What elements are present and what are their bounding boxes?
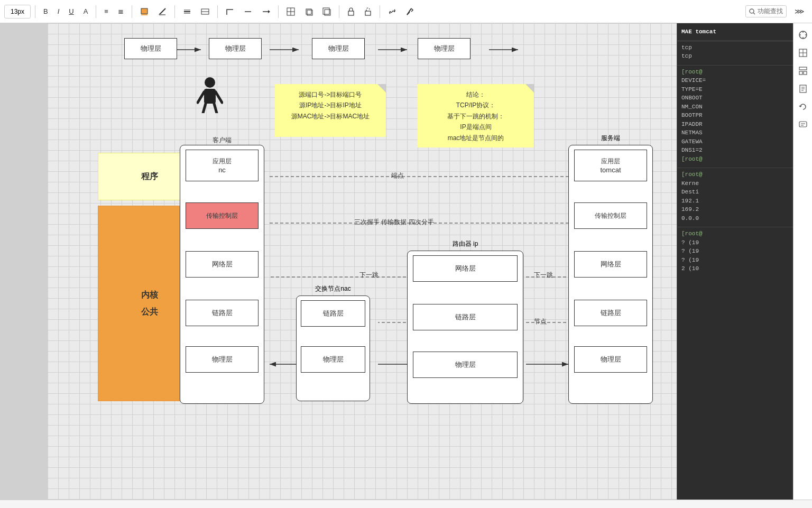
switch-title: 交换节点nac — [297, 284, 370, 293]
router-network-layer: 网络层 — [413, 255, 518, 282]
main-area: 物理层 物理层 物理层 物理层 源端口号->目标端口号 源IP地址->目标IP地… — [0, 23, 812, 500]
link-button[interactable] — [384, 6, 400, 17]
search-label: 功能查找 — [758, 7, 783, 16]
next-hop-left-label: 下一跳 — [359, 271, 379, 280]
client-link-layer: 链路层 — [186, 300, 259, 326]
history-tool[interactable] — [796, 99, 810, 114]
svg-rect-0 — [141, 8, 147, 14]
server-title: 服务端 — [569, 134, 652, 143]
underline-button[interactable]: U — [65, 6, 77, 17]
left-panel — [0, 23, 48, 500]
clone2-button[interactable] — [319, 6, 335, 17]
router-physical-layer: 物理层 — [413, 352, 518, 378]
server-app-layer: 应用层 tomcat — [574, 150, 647, 181]
svg-rect-53 — [204, 89, 216, 104]
client-transport-layer: 传输控制层 — [186, 202, 259, 229]
line-color-button[interactable] — [154, 6, 170, 17]
svg-line-23 — [753, 13, 755, 14]
switch-physical-layer: 物理层 — [301, 346, 365, 373]
line-style1-button[interactable] — [179, 6, 195, 17]
top-physical-4: 物理层 — [418, 38, 470, 59]
server-physical-layer: 物理层 — [574, 346, 647, 373]
server-transport-layer: 传输控制层 — [574, 202, 647, 229]
client-container: 客户端 应用层 nc 传输控制层 网络层 链路层 物理层 — [180, 145, 264, 404]
font-size-input[interactable] — [4, 5, 31, 19]
canvas-area[interactable]: 物理层 物理层 物理层 物理层 源端口号->目标端口号 源IP地址->目标IP地… — [48, 23, 677, 500]
comment-tool[interactable] — [796, 117, 810, 132]
compass-tool[interactable] — [796, 27, 810, 42]
search-box[interactable]: 功能查找 — [745, 5, 787, 17]
server-network-layer: 网络层 — [574, 251, 647, 278]
align-list-button[interactable]: ≣ — [114, 6, 127, 17]
client-app-layer: 应用层 nc — [186, 150, 259, 181]
switch-link-layer: 链路层 — [301, 300, 365, 327]
router-link-layer: 链路层 — [413, 304, 518, 330]
connector-angle-button[interactable] — [222, 6, 238, 17]
router-container: 路由器 ip 网络层 链路层 物理层 — [407, 251, 523, 404]
table-button[interactable] — [283, 6, 299, 17]
terminal-section-2: [root@ DEVICE= TYPE=E ONBOOT NM_CON BOOT… — [677, 65, 793, 166]
top-physical-1: 物理层 — [124, 38, 177, 59]
unlock-button[interactable] — [361, 6, 375, 17]
search-icon — [749, 8, 755, 15]
lock-button[interactable] — [344, 6, 358, 17]
terminal-section-3: [root@ Kerne Desti 192.1 169.2 0.0.0 — [677, 168, 793, 225]
connector-line-button[interactable] — [240, 6, 256, 17]
svg-marker-10 — [268, 10, 270, 13]
top-physical-2: 物理层 — [209, 38, 262, 59]
svg-line-57 — [214, 104, 217, 113]
terminal-section-1: tcp tcp — [677, 41, 793, 63]
mae-tomcat-label: MAE tomcat — [677, 23, 793, 41]
clone1-button[interactable] — [301, 6, 317, 17]
server-container: 服务端 应用层 tomcat 传输控制层 网络层 链路层 物理层 — [568, 145, 653, 404]
toolbar-right: 功能查找 ⋙ — [745, 5, 808, 17]
svg-rect-68 — [804, 71, 807, 75]
client-network-layer: 网络层 — [186, 251, 259, 278]
svg-point-52 — [205, 77, 215, 88]
svg-point-22 — [750, 9, 754, 13]
switch-container: 交换节点nac 链路层 物理层 — [296, 295, 370, 401]
font-color-button[interactable]: A — [80, 6, 92, 17]
node-label: 节点 — [534, 317, 547, 326]
top-physical-3: 物理层 — [312, 38, 365, 59]
handshake-label: 三次握手 传输数据 四次分手 — [354, 218, 434, 227]
style-button[interactable] — [402, 6, 418, 17]
right-sidebar: MAE tomcat tcp tcp [root@ DEVICE= TYPE=E… — [677, 23, 793, 500]
right-tools-panel — [793, 23, 812, 500]
layout-tool[interactable] — [796, 63, 810, 78]
toolbar: B I U A ≡ ≣ — [0, 0, 812, 23]
sticky-note-2: 结论： TCP/IP协议： 基于下一跳的机制： IP是端点间 mac地址是节点间… — [418, 84, 534, 147]
person-icon — [197, 76, 223, 119]
svg-rect-73 — [799, 122, 807, 127]
grid-tool[interactable] — [796, 45, 810, 60]
svg-line-55 — [216, 92, 222, 103]
svg-rect-19 — [365, 11, 371, 15]
svg-rect-67 — [799, 71, 802, 75]
align-left-button[interactable]: ≡ — [100, 6, 112, 17]
server-link-layer: 链路层 — [574, 300, 647, 326]
svg-rect-66 — [799, 67, 807, 70]
line-style2-button[interactable] — [197, 6, 213, 17]
svg-rect-16 — [323, 8, 329, 14]
page-tool[interactable] — [796, 81, 810, 96]
connector-arrow-button[interactable] — [258, 6, 274, 17]
endpoint-label: 端点 — [391, 171, 404, 180]
fill-color-button[interactable] — [136, 6, 152, 17]
svg-rect-2 — [159, 14, 165, 15]
svg-line-56 — [203, 104, 206, 113]
router-title: 路由器 ip — [408, 239, 523, 248]
svg-rect-1 — [141, 14, 147, 15]
client-physical-layer: 物理层 — [186, 346, 259, 373]
client-title: 客户端 — [180, 134, 264, 147]
svg-line-54 — [198, 92, 204, 103]
expand-button[interactable]: ⋙ — [791, 6, 808, 17]
sticky-note-1: 源端口号->目标端口号 源IP地址->目标IP地址 源MAC地址->目标MAC地… — [275, 84, 386, 137]
terminal-section-4: [root@ ? (19 ? (19 ? (19 2 (10 — [677, 227, 793, 275]
next-hop-right-label: 下一跳 — [534, 271, 553, 280]
bold-button[interactable]: B — [40, 6, 52, 17]
svg-rect-18 — [348, 11, 354, 15]
bottom-scrollbar[interactable] — [0, 500, 812, 508]
italic-button[interactable]: I — [54, 6, 63, 17]
